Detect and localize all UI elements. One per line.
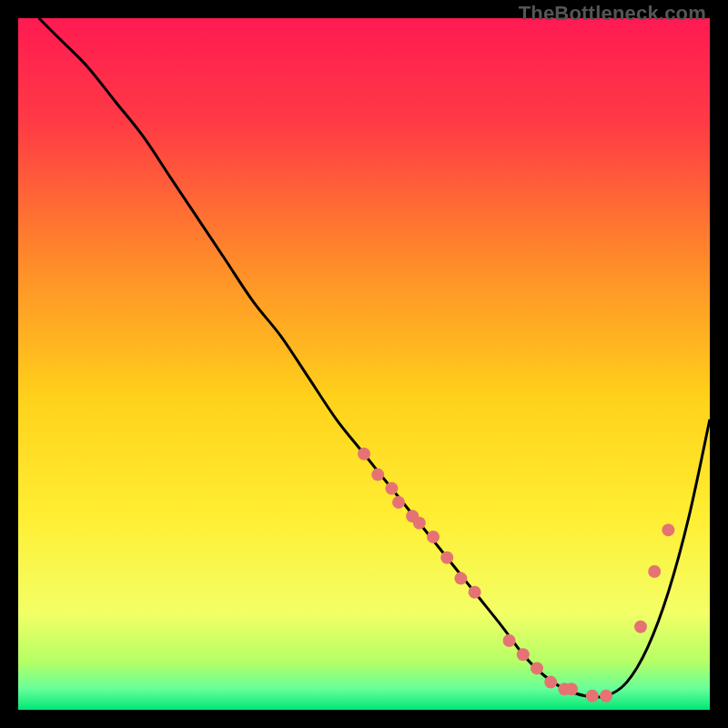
marker-point — [454, 572, 467, 585]
marker-point — [385, 482, 398, 495]
marker-point — [586, 690, 599, 703]
marker-point — [469, 586, 481, 599]
marker-point — [544, 676, 557, 689]
marker-point — [600, 690, 612, 703]
marker-point — [427, 531, 440, 543]
marker-point — [392, 496, 405, 509]
marker-point — [371, 469, 384, 481]
marker-point — [503, 634, 516, 647]
marker-point — [440, 551, 453, 564]
marker-point — [634, 621, 647, 633]
chart-frame — [18, 18, 710, 710]
marker-point — [517, 648, 530, 661]
marker-point — [531, 662, 543, 674]
marker-point — [662, 523, 674, 536]
marker-point — [648, 565, 661, 578]
chart-svg — [18, 18, 710, 710]
marker-point — [358, 448, 370, 460]
watermark-text: TheBottleneck.com — [519, 2, 706, 25]
chart-background — [18, 18, 710, 710]
marker-point — [565, 682, 578, 695]
marker-point — [413, 517, 426, 530]
